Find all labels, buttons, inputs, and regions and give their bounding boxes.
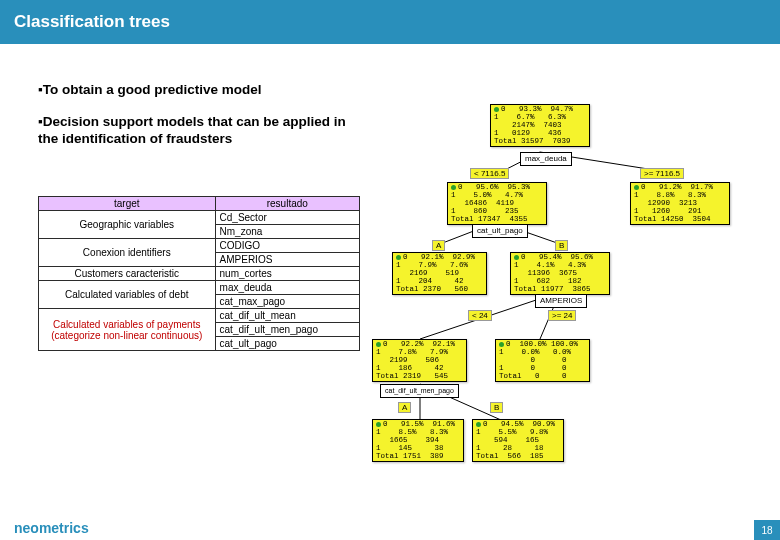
group-debt: Calculated variables of debt [39, 281, 216, 309]
group-payments: Calculated variables of payments (catego… [39, 309, 216, 351]
var-amperios: AMPERIOS [215, 253, 359, 267]
tree-node-l4-b: 0 94.5% 90.9% 1 5.5% 9.8% 594 165 1 28 1… [472, 419, 564, 462]
var-cd-sector: Cd_Sector [215, 211, 359, 225]
variable-table: target resultado Geographic variablesCd_… [38, 196, 360, 351]
split-cat-ult-pago: cat_ult_pago [472, 224, 528, 238]
branch-a: A [432, 240, 445, 251]
brand-logo: neometrics [14, 520, 89, 536]
tree-node-l3-b: 0 100.0% 100.0% 1 0.0% 0.0% 0 0 1 0 0 To… [495, 339, 590, 382]
var-num-cortes: num_cortes [215, 267, 359, 281]
split-cat-dif-ult-men-pago: cat_dif_ult_men_pago [380, 384, 459, 398]
table-header-target: target [39, 197, 216, 211]
branch-right: >= 7116.5 [640, 168, 684, 179]
var-max-deuda: max_deuda [215, 281, 359, 295]
page-number: 18 [754, 520, 780, 540]
footer: neometrics 18 [0, 516, 780, 540]
tree-node-l2-b: 0 95.4% 95.6% 1 4.1% 4.3% 11396 3675 1 6… [510, 252, 610, 295]
tree-node-l3-a: 0 92.2% 92.1% 1 7.8% 7.9% 2199 506 1 186… [372, 339, 467, 382]
var-codigo: CODIGO [215, 239, 359, 253]
split-amperios: AMPERIOS [535, 294, 587, 308]
table-header-result: resultado [215, 197, 359, 211]
tree-node-l2-a: 0 92.1% 92.9% 1 7.9% 7.6% 2169 519 1 204… [392, 252, 487, 295]
group-geo: Geographic variables [39, 211, 216, 239]
group-conexion: Conexion identifiers [39, 239, 216, 267]
tree-node-l1-right: 0 91.2% 91.7% 1 8.8% 8.3% 12990 3213 1 1… [630, 182, 730, 225]
tree-node-l4-a: 0 91.5% 91.6% 1 8.5% 8.3% 1665 394 1 145… [372, 419, 464, 462]
branch-left: < 7116.5 [470, 168, 509, 179]
branch-ge24: >= 24 [548, 310, 576, 321]
branch-a2: A [398, 402, 411, 413]
page-title: Classification trees [0, 0, 780, 44]
split-max-deuda: max_deuda [520, 152, 572, 166]
bullet-1: ▪To obtain a good predictive model [38, 82, 368, 99]
var-cat-dif-ult-mean: cat_dif_ult_mean [215, 309, 359, 323]
branch-b2: B [490, 402, 503, 413]
bullet-2: ▪Decision support models that can be app… [38, 114, 368, 148]
var-cat-max-pago: cat_max_pago [215, 295, 359, 309]
tree-node-l1-left: 0 95.6% 95.3% 1 5.0% 4.7% 16486 4119 1 8… [447, 182, 547, 225]
var-cat-ult-pago: cat_ult_pago [215, 337, 359, 351]
var-nm-zona: Nm_zona [215, 225, 359, 239]
group-customers: Customers caracteristic [39, 267, 216, 281]
var-cat-dif-ult-men-pago: cat_dif_ult_men_pago [215, 323, 359, 337]
branch-b: B [555, 240, 568, 251]
slide-body: ▪To obtain a good predictive model ▪Deci… [0, 44, 780, 516]
tree-node-root: 0 93.3% 94.7% 1 6.7% 6.3% 2147% 7403 1 0… [490, 104, 590, 147]
branch-lt24: < 24 [468, 310, 492, 321]
